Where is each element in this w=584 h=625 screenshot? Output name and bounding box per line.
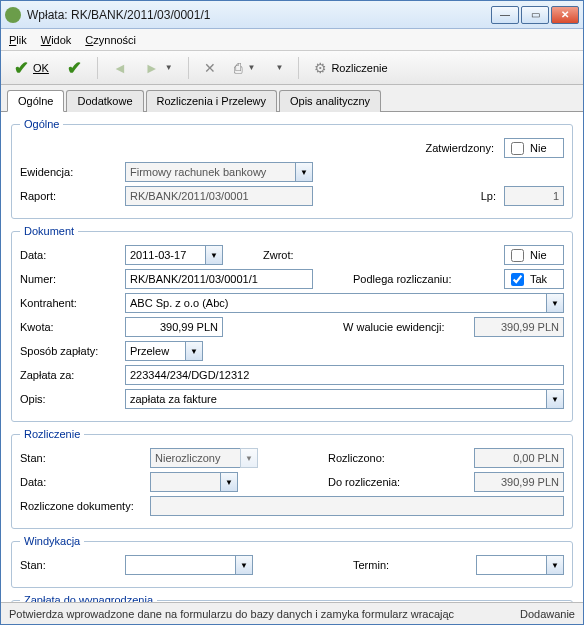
tab-ogolne[interactable]: Ogólne <box>7 90 64 112</box>
stan-combo[interactable]: ▼ <box>150 448 258 468</box>
tab-rozliczenia[interactable]: Rozliczenia i Przelewy <box>146 90 277 112</box>
zatwierdzony-checkbox[interactable]: Nie <box>504 138 564 158</box>
toolbar-separator <box>188 57 189 79</box>
rozliczono-label: Rozliczono: <box>328 452 385 464</box>
kwota-input[interactable] <box>125 317 223 337</box>
tools-button[interactable]: ✕ <box>197 55 223 81</box>
ewidencja-input[interactable] <box>125 162 295 182</box>
opis-combo[interactable]: ▼ <box>125 389 564 409</box>
stan-label: Stan: <box>20 452 150 464</box>
chevron-down-icon: ▼ <box>240 448 258 468</box>
menu-view[interactable]: Widok <box>41 34 72 46</box>
tools-icon: ✕ <box>204 60 216 76</box>
legend-rozliczenie: Rozliczenie <box>20 428 84 440</box>
data-label: Data: <box>20 476 150 488</box>
rozl-dok-label: Rozliczone dokumenty: <box>20 500 150 512</box>
opis-label: Opis: <box>20 393 125 405</box>
stan-input <box>150 448 240 468</box>
numer-label: Numer: <box>20 273 125 285</box>
maximize-button[interactable]: ▭ <box>521 6 549 24</box>
fieldset-rozliczenie: Rozliczenie Stan: ▼ Rozliczono: Data: ▼ … <box>11 428 573 529</box>
termin-input[interactable] <box>476 555 546 575</box>
toolbar-separator <box>97 57 98 79</box>
wind-stan-combo[interactable]: ▼ <box>125 555 253 575</box>
tab-dodatkowe[interactable]: Dodatkowe <box>66 90 143 112</box>
legend-ogolne: Ogólne <box>20 118 63 130</box>
lp-input[interactable] <box>504 186 564 206</box>
arrow-left-icon: ◄ <box>113 60 127 76</box>
termin-combo[interactable]: ▼ <box>476 555 564 575</box>
zwrot-checkbox[interactable]: Nie <box>504 245 564 265</box>
lp-label: Lp: <box>481 190 496 202</box>
chevron-down-icon[interactable]: ▼ <box>205 245 223 265</box>
data-combo[interactable]: ▼ <box>125 245 223 265</box>
sposob-label: Sposób zapłaty: <box>20 345 125 357</box>
kontrahent-input[interactable] <box>125 293 546 313</box>
ewidencja-label: Ewidencja: <box>20 166 125 178</box>
chevron-down-icon[interactable]: ▼ <box>235 555 253 575</box>
podlega-checkbox[interactable]: Tak <box>504 269 564 289</box>
opis-input[interactable] <box>125 389 546 409</box>
zatwierdzony-check-input[interactable] <box>511 142 524 155</box>
rozliczenie-button[interactable]: ⚙Rozliczenie <box>307 55 394 81</box>
nav-back-button[interactable]: ◄ <box>106 55 134 81</box>
legend-dokument: Dokument <box>20 225 78 237</box>
menu-file[interactable]: Plik <box>9 34 27 46</box>
podlega-label: Podlega rozliczaniu: <box>353 273 451 285</box>
chevron-down-icon[interactable]: ▼ <box>295 162 313 182</box>
wind-stan-label: Stan: <box>20 559 125 571</box>
app-icon <box>5 7 21 23</box>
fieldset-windykacja: Windykacja Stan: ▼ Termin: ▼ <box>11 535 573 588</box>
chevron-down-icon: ▼ <box>165 63 173 72</box>
kontrahent-combo[interactable]: ▼ <box>125 293 564 313</box>
wind-stan-input[interactable] <box>125 555 235 575</box>
tabstrip: Ogólne Dodatkowe Rozliczenia i Przelewy … <box>1 85 583 112</box>
legend-windykacja: Windykacja <box>20 535 84 547</box>
print-button[interactable]: ⎙▼ <box>227 55 263 81</box>
chevron-down-icon[interactable]: ▼ <box>185 341 203 361</box>
tab-opis[interactable]: Opis analityczny <box>279 90 381 112</box>
close-button[interactable]: ✕ <box>551 6 579 24</box>
fieldset-ogolne: Ogólne Zatwierdzony: Nie Ewidencja: ▼ Ra… <box>11 118 573 219</box>
minimize-button[interactable]: — <box>491 6 519 24</box>
zwrot-check-input[interactable] <box>511 249 524 262</box>
printer-icon: ⎙ <box>234 60 242 76</box>
fieldset-dokument: Dokument Data: ▼ Zwrot: Nie Numer: Podle… <box>11 225 573 422</box>
zatwierdzony-label: Zatwierdzony: <box>426 142 494 154</box>
do-rozl-label: Do rozliczenia: <box>328 476 400 488</box>
sposob-input[interactable] <box>125 341 185 361</box>
check-icon: ✔ <box>67 57 82 79</box>
chevron-down-icon[interactable]: ▼ <box>546 389 564 409</box>
status-left: Potwierdza wprowadzone dane na formularz… <box>9 608 454 620</box>
podlega-check-input[interactable] <box>511 273 524 286</box>
termin-label: Termin: <box>353 559 389 571</box>
numer-input[interactable] <box>125 269 313 289</box>
more-button[interactable]: ▼ <box>266 55 290 81</box>
chevron-down-icon: ▼ <box>248 63 256 72</box>
chevron-down-icon[interactable]: ▼ <box>546 293 564 313</box>
menu-actions[interactable]: Czynności <box>85 34 136 46</box>
rozl-data-combo[interactable]: ▼ <box>150 472 238 492</box>
nav-forward-button[interactable]: ►▼ <box>138 55 180 81</box>
check-icon: ✔ <box>14 57 29 79</box>
data-input[interactable] <box>125 245 205 265</box>
ewidencja-combo[interactable]: ▼ <box>125 162 313 182</box>
sposob-combo[interactable]: ▼ <box>125 341 203 361</box>
chevron-down-icon: ▼ <box>275 63 283 72</box>
content-area: Ogólne Zatwierdzony: Nie Ewidencja: ▼ Ra… <box>1 112 583 602</box>
status-right: Dodawanie <box>520 608 575 620</box>
ok-button[interactable]: ✔OK <box>7 55 56 81</box>
titlebar[interactable]: Wpłata: RK/BANK/2011/03/0001/1 — ▭ ✕ <box>1 1 583 29</box>
ok-apply-button[interactable]: ✔ <box>60 55 89 81</box>
app-window: Wpłata: RK/BANK/2011/03/0001/1 — ▭ ✕ Pli… <box>0 0 584 625</box>
kontrahent-label: Kontrahent: <box>20 297 125 309</box>
arrow-right-icon: ► <box>145 60 159 76</box>
toolbar: ✔OK ✔ ◄ ►▼ ✕ ⎙▼ ▼ ⚙Rozliczenie <box>1 51 583 85</box>
raport-input[interactable] <box>125 186 313 206</box>
chevron-down-icon[interactable]: ▼ <box>220 472 238 492</box>
zaplata-za-input[interactable] <box>125 365 564 385</box>
chevron-down-icon[interactable]: ▼ <box>546 555 564 575</box>
window-title: Wpłata: RK/BANK/2011/03/0001/1 <box>27 8 491 22</box>
raport-label: Raport: <box>20 190 125 202</box>
kwota-label: Kwota: <box>20 321 125 333</box>
